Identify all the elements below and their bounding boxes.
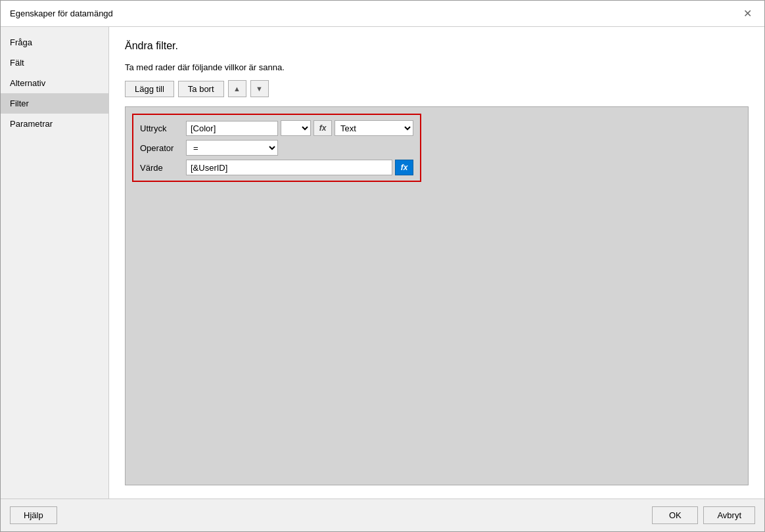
sidebar-item-filter[interactable]: Filter xyxy=(1,93,108,114)
sidebar-item-fraga[interactable]: Fråga xyxy=(1,32,108,53)
expression-input[interactable] xyxy=(186,121,278,136)
title-bar: Egenskaper för datamängd ✕ xyxy=(1,1,764,27)
operator-label: Operator xyxy=(140,143,186,153)
close-button[interactable]: ✕ xyxy=(739,6,755,22)
operator-select[interactable]: = != > < xyxy=(186,140,278,156)
expression-select[interactable] xyxy=(281,120,311,136)
value-label: Värde xyxy=(140,163,186,173)
value-row: Värde fx xyxy=(140,160,413,175)
cancel-button[interactable]: Avbryt xyxy=(703,506,755,524)
section-title: Ändra filter. xyxy=(125,40,749,52)
filter-row: Uttryck fx Text xyxy=(132,114,421,182)
dialog: Egenskaper för datamängd ✕ Fråga Fält Al… xyxy=(0,0,765,532)
description-text: Ta med rader där följande villkor är san… xyxy=(125,62,749,72)
down-arrow-icon: ▼ xyxy=(256,85,263,93)
up-arrow-icon: ▲ xyxy=(233,85,241,93)
remove-button[interactable]: Ta bort xyxy=(178,81,224,97)
footer-right: OK Avbryt xyxy=(652,506,755,524)
ok-button[interactable]: OK xyxy=(652,506,698,524)
type-dropdown[interactable]: Text xyxy=(335,120,413,136)
operator-row: Operator = != > < xyxy=(140,140,413,156)
sidebar-item-falt[interactable]: Fält xyxy=(1,53,108,73)
dialog-footer: Hjälp OK Avbryt xyxy=(1,499,764,531)
expression-label: Uttryck xyxy=(140,123,186,133)
dialog-title: Egenskaper för datamängd xyxy=(10,9,113,18)
value-fx-button[interactable]: fx xyxy=(395,160,413,175)
add-button[interactable]: Lägg till xyxy=(125,81,174,97)
move-down-button[interactable]: ▼ xyxy=(250,80,269,97)
fx-icon: fx xyxy=(319,123,327,133)
expression-fx-button[interactable]: fx xyxy=(313,120,332,136)
expression-input-group: fx Text xyxy=(186,120,413,136)
help-button[interactable]: Hjälp xyxy=(10,506,57,524)
sidebar-item-alternativ[interactable]: Alternativ xyxy=(1,73,108,93)
move-up-button[interactable]: ▲ xyxy=(228,80,246,97)
main-content: Ändra filter. Ta med rader där följande … xyxy=(109,27,764,499)
toolbar: Lägg till Ta bort ▲ ▼ xyxy=(125,80,749,97)
dialog-body: Fråga Fält Alternativ Filter Parametrar … xyxy=(1,27,764,499)
sidebar: Fråga Fält Alternativ Filter Parametrar xyxy=(1,27,109,499)
value-input-group: fx xyxy=(186,160,413,175)
value-input[interactable] xyxy=(186,160,392,175)
filter-table-area: Uttryck fx Text xyxy=(125,106,749,485)
value-fx-icon: fx xyxy=(401,163,408,172)
sidebar-item-parametrar[interactable]: Parametrar xyxy=(1,114,108,134)
expression-row: Uttryck fx Text xyxy=(140,120,413,136)
